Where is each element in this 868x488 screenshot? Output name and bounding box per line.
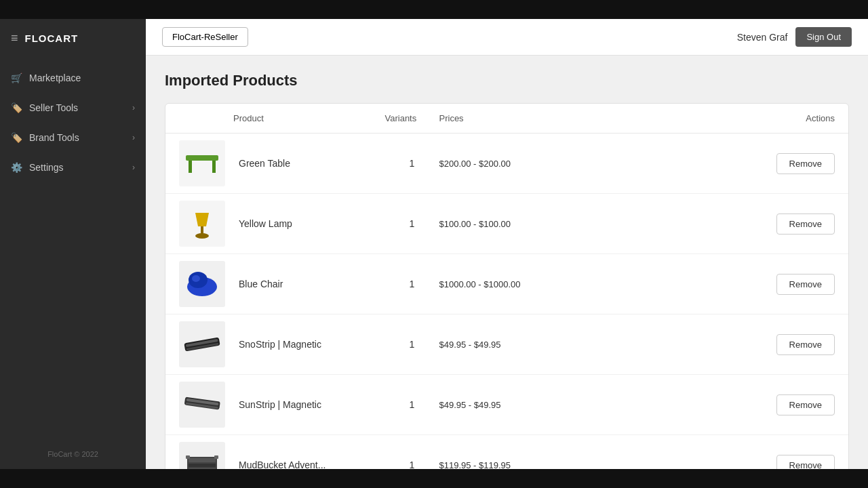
col-header-product: Product: [233, 113, 385, 123]
marketplace-icon: 🛒: [11, 73, 22, 83]
actions-4: Remove: [726, 334, 835, 355]
price-3: $1000.00 - $1000.00: [439, 279, 575, 289]
sidebar-item-marketplace[interactable]: 🛒 Marketplace: [0, 63, 146, 93]
sidebar-label-brand-tools: Brand Tools: [29, 132, 125, 143]
footer-text: FloCart © 2022: [47, 450, 98, 458]
top-bar: [0, 0, 868, 19]
sidebar-item-brand-tools[interactable]: 🏷️ Brand Tools ›: [0, 123, 146, 152]
product-name-6: MudBucket Advent...: [233, 460, 385, 469]
variants-5: 1: [385, 399, 439, 410]
product-name-4: SnoStrip | Magnetic: [233, 339, 385, 350]
svg-rect-23: [189, 464, 216, 467]
actions-5: Remove: [726, 394, 835, 415]
table-row: Green Table 1 $200.00 - $200.00 Remove: [165, 134, 848, 194]
product-image-yellow-lamp: [179, 201, 225, 247]
product-image-sunstrip: [179, 382, 225, 428]
price-6: $119.95 - $119.95: [439, 460, 575, 470]
remove-button-4[interactable]: Remove: [776, 334, 835, 355]
reseller-tab[interactable]: FloCart-ReSeller: [162, 27, 248, 47]
variants-3: 1: [385, 279, 439, 289]
price-4: $49.95 - $49.95: [439, 340, 575, 350]
product-name-5: SunStrip | Magnetic: [233, 399, 385, 410]
sidebar-label-marketplace: Marketplace: [29, 73, 135, 83]
bottom-bar: [0, 469, 868, 488]
sidebar: ≡ FLOCART 🛒 Marketplace 🏷️ Seller Tools …: [0, 19, 146, 469]
header-left: FloCart-ReSeller: [162, 27, 248, 47]
price-1: $200.00 - $200.00: [439, 159, 575, 169]
remove-button-5[interactable]: Remove: [776, 394, 835, 415]
product-image-green-table: [179, 140, 225, 186]
svg-rect-1: [186, 155, 218, 161]
variants-4: 1: [385, 339, 439, 350]
price-5: $49.95 - $49.95: [439, 400, 575, 410]
sidebar-header: ≡ FLOCART: [0, 19, 146, 58]
remove-button-6[interactable]: Remove: [776, 455, 835, 470]
table-row: SnoStrip | Magnetic 1 $49.95 - $49.95 Re…: [165, 314, 848, 375]
username-label: Steven Graf: [737, 32, 788, 43]
remove-button-3[interactable]: Remove: [776, 274, 835, 295]
table-row: MudBucket Advent... 1 $119.95 - $119.95 …: [165, 435, 848, 469]
main-area: FloCart-ReSeller Steven Graf Sign Out Im…: [146, 19, 868, 469]
sidebar-item-seller-tools[interactable]: 🏷️ Seller Tools ›: [0, 93, 146, 123]
col-header-actions: Actions: [726, 113, 835, 123]
table-header-row: Product Variants Prices Actions: [165, 104, 848, 134]
header-right: Steven Graf Sign Out: [737, 27, 852, 47]
brand-tools-icon: 🏷️: [11, 132, 22, 143]
seller-tools-icon: 🏷️: [11, 102, 22, 113]
svg-rect-7: [201, 226, 203, 236]
svg-rect-22: [189, 458, 216, 462]
sidebar-label-settings: Settings: [29, 162, 125, 173]
product-name-2: Yellow Lamp: [233, 218, 385, 229]
main-header: FloCart-ReSeller Steven Graf Sign Out: [146, 19, 868, 56]
product-image-blue-chair: [179, 261, 225, 307]
main-content: Imported Products Product Variants Price…: [146, 56, 868, 469]
products-table: Product Variants Prices Actions: [165, 103, 849, 469]
actions-3: Remove: [726, 274, 835, 295]
svg-rect-0: [179, 140, 225, 186]
page-title: Imported Products: [165, 72, 849, 89]
actions-6: Remove: [726, 455, 835, 470]
chevron-right-icon-settings: ›: [132, 163, 135, 172]
app-body: ≡ FLOCART 🛒 Marketplace 🏷️ Seller Tools …: [0, 19, 868, 469]
svg-rect-2: [189, 161, 192, 173]
col-header-variants: Variants: [385, 113, 439, 123]
actions-1: Remove: [726, 153, 835, 174]
variants-1: 1: [385, 158, 439, 169]
table-row: Blue Chair 1 $1000.00 - $1000.00 Remove: [165, 254, 848, 314]
menu-icon: ≡: [11, 31, 18, 45]
product-image-snostrip: [179, 321, 225, 367]
col-header-prices: Prices: [439, 113, 575, 123]
remove-button-2[interactable]: Remove: [776, 214, 835, 235]
settings-icon: ⚙️: [11, 162, 22, 173]
table-row: SunStrip | Magnetic 1 $49.95 - $49.95 Re…: [165, 375, 848, 435]
sign-out-button[interactable]: Sign Out: [795, 27, 852, 47]
price-2: $100.00 - $100.00: [439, 219, 575, 229]
product-name-3: Blue Chair: [233, 279, 385, 289]
sidebar-footer: FloCart © 2022: [0, 439, 146, 469]
svg-rect-3: [212, 161, 216, 173]
app-name: FLOCART: [25, 33, 79, 44]
remove-button-1[interactable]: Remove: [776, 153, 835, 174]
variants-2: 1: [385, 218, 439, 229]
product-image-mudbucket: [179, 442, 225, 469]
sidebar-item-settings[interactable]: ⚙️ Settings ›: [0, 152, 146, 182]
svg-rect-25: [186, 455, 190, 459]
table-row: Yellow Lamp 1 $100.00 - $100.00 Remove: [165, 194, 848, 254]
variants-6: 1: [385, 460, 439, 469]
actions-2: Remove: [726, 214, 835, 235]
sidebar-nav: 🛒 Marketplace 🏷️ Seller Tools › 🏷️ Brand…: [0, 58, 146, 439]
sidebar-label-seller-tools: Seller Tools: [29, 102, 125, 113]
chevron-right-icon: ›: [132, 103, 135, 113]
product-name-1: Green Table: [233, 158, 385, 169]
chevron-right-icon-brand: ›: [132, 133, 135, 142]
svg-rect-26: [214, 455, 218, 459]
svg-point-11: [192, 275, 200, 282]
